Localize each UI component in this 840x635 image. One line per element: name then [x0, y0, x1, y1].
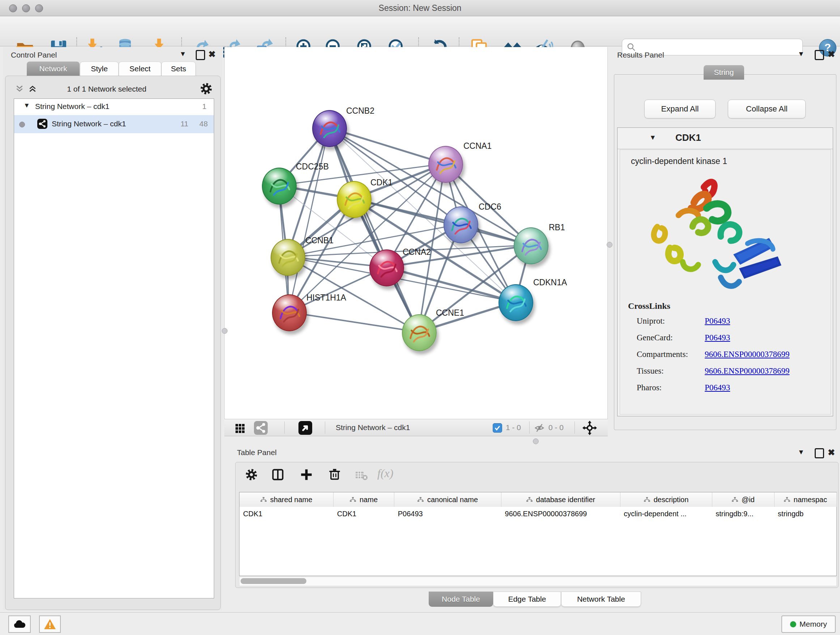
- network-item-label: String Network – cdk1: [52, 119, 126, 128]
- network-node-CDKN1A[interactable]: [499, 284, 533, 321]
- network-options-gear-icon[interactable]: [200, 82, 212, 96]
- tree-collapse-icon[interactable]: ▼: [24, 102, 30, 109]
- results-panel-menu-icon[interactable]: ▼: [798, 50, 805, 58]
- column-header--id[interactable]: @id: [712, 492, 775, 507]
- node-label-CDK1: CDK1: [370, 178, 393, 187]
- fit-content-crosshair-icon[interactable]: [583, 421, 597, 437]
- network-node-CDC25B[interactable]: [262, 168, 297, 204]
- crosslink-value-link[interactable]: P06493: [705, 383, 730, 393]
- column-header-description[interactable]: description: [621, 492, 712, 507]
- table-panel-float-icon[interactable]: [815, 448, 824, 458]
- scrollbar-thumb[interactable]: [240, 578, 306, 584]
- table-cell[interactable]: 9606.ENSP00000378699: [501, 507, 621, 523]
- collapse-all-chevron-icon[interactable]: [15, 84, 24, 95]
- warning-button[interactable]: [39, 616, 61, 633]
- network-node-CCNA2[interactable]: [369, 249, 404, 287]
- crosslink-value-link[interactable]: P06493: [705, 333, 730, 342]
- crosslink-value-link[interactable]: 9606.ENSP00000378699: [705, 350, 790, 359]
- tab-node-table[interactable]: Node Table: [429, 592, 493, 607]
- crosslinks-title: CrossLinks: [628, 301, 670, 311]
- table-cell[interactable]: CDK1: [333, 507, 394, 523]
- delete-column-trash-icon[interactable]: [328, 468, 341, 482]
- column-header-database-identifier[interactable]: database identifier: [501, 492, 621, 507]
- memory-button[interactable]: Memory: [782, 616, 836, 633]
- control-panel-close-icon[interactable]: ✖: [208, 49, 216, 59]
- table-cell[interactable]: CDK1: [240, 507, 333, 523]
- table-cell[interactable]: P06493: [394, 507, 501, 523]
- cloud-button[interactable]: [8, 616, 31, 633]
- grid-view-icon[interactable]: [234, 422, 246, 435]
- tab-sets[interactable]: Sets: [161, 62, 196, 76]
- tab-style[interactable]: Style: [80, 62, 118, 76]
- control-panel-menu-icon[interactable]: ▼: [180, 50, 186, 58]
- crosslink-value-link[interactable]: 9606.ENSP00000378699: [705, 366, 790, 376]
- table-panel-close-icon[interactable]: ✖: [828, 448, 835, 458]
- edge-CCNB2-HIST1H1A[interactable]: [289, 128, 329, 312]
- edge-HIST1H1A-CCNE1[interactable]: [289, 312, 418, 332]
- function-builder-icon: f(x): [377, 467, 393, 480]
- control-panel-float-icon[interactable]: [196, 50, 205, 60]
- edge-CDK1-RB1[interactable]: [354, 199, 531, 245]
- left-splitter-handle[interactable]: [222, 328, 227, 334]
- network-node-CCNA1[interactable]: [428, 146, 463, 183]
- protein-section: ▼ CDK1 cyclin-dependent kinase 1: [617, 127, 833, 416]
- table-cell[interactable]: cyclin-dependent ...: [620, 507, 712, 523]
- network-node-CCNE1[interactable]: [402, 314, 437, 351]
- column-header-label: name: [360, 496, 378, 504]
- section-collapse-icon[interactable]: ▼: [649, 134, 656, 141]
- protein-section-header[interactable]: ▼ CDK1: [617, 128, 833, 149]
- network-node-CDC6[interactable]: [444, 206, 478, 243]
- collapse-all-button[interactable]: Collapse All: [728, 100, 806, 119]
- table-row[interactable]: CDK1CDK1P064939606.ENSP00000378699cyclin…: [240, 507, 836, 523]
- column-header-canonical-name[interactable]: canonical name: [394, 492, 501, 507]
- network-node-HIST1H1A[interactable]: [272, 295, 307, 331]
- tab-string[interactable]: String: [704, 65, 744, 80]
- table-cell[interactable]: stringdb: [774, 507, 836, 523]
- network-tree-row-selected[interactable]: String Network – cdk1 11 48: [14, 115, 214, 133]
- tab-network[interactable]: Network: [27, 62, 80, 76]
- table-cell[interactable]: stringdb:9...: [712, 507, 774, 523]
- memory-ok-icon: [790, 621, 796, 627]
- separator: [325, 421, 325, 434]
- add-column-icon[interactable]: [300, 468, 313, 483]
- window-title: Session: New Session: [0, 3, 840, 13]
- table-settings-gear-icon[interactable]: [245, 469, 257, 482]
- expand-all-chevron-icon[interactable]: [28, 84, 37, 95]
- network-tree-root-row[interactable]: ▼ String Network – cdk1 1: [14, 99, 214, 115]
- tab-network-table[interactable]: Network Table: [561, 592, 641, 607]
- network-collection-label: String Network – cdk1: [35, 102, 109, 111]
- birdseye-view-icon[interactable]: [298, 421, 312, 435]
- selected-checkbox-icon[interactable]: [493, 423, 502, 432]
- network-node-CDK1[interactable]: [337, 181, 371, 218]
- crosslink-value-link[interactable]: P06493: [705, 317, 730, 326]
- column-header-label: canonical name: [427, 496, 478, 504]
- column-header-namespac[interactable]: namespac: [775, 492, 837, 507]
- results-panel-float-icon[interactable]: [815, 50, 824, 60]
- network-node-CCNB2[interactable]: [312, 110, 347, 147]
- tab-edge-table[interactable]: Edge Table: [493, 592, 561, 607]
- network-node-CCNB1[interactable]: [271, 239, 305, 276]
- horizontal-scrollbar[interactable]: [239, 577, 837, 586]
- column-header-label: description: [654, 496, 689, 504]
- column-header-shared-name[interactable]: shared name: [240, 492, 333, 507]
- node-label-CCNE1: CCNE1: [436, 308, 464, 318]
- column-header-label: namespac: [794, 496, 827, 504]
- node-table: shared namenamecanonical namedatabase id…: [239, 492, 837, 576]
- network-view-share-icon[interactable]: [254, 421, 268, 435]
- title-bar: Session: New Session: [0, 0, 840, 16]
- network-view-toolbar: String Network – cdk1 1 - 0 0 - 0: [224, 419, 608, 436]
- right-splitter-handle[interactable]: [607, 242, 613, 248]
- protein-thumbnail-icon: [338, 182, 371, 217]
- tab-select[interactable]: Select: [118, 62, 161, 76]
- network-canvas[interactable]: CCNB2CCNA1CDC25BCDK1CDC6RB1CCNB1CCNA2CDK…: [224, 47, 608, 419]
- expand-all-button[interactable]: Expand All: [644, 100, 715, 119]
- memory-label: Memory: [799, 620, 827, 629]
- bottom-splitter-handle[interactable]: [533, 439, 538, 444]
- network-node-RB1[interactable]: [514, 227, 548, 264]
- selected-node-edge-count: 1 - 0: [506, 423, 521, 432]
- column-header-name[interactable]: name: [333, 492, 394, 507]
- show-columns-icon[interactable]: [271, 468, 284, 483]
- network-list-container: 1 of 1 Network selected ▼ String Network…: [5, 76, 221, 610]
- results-panel-close-icon[interactable]: ✖: [828, 49, 835, 59]
- table-panel-menu-icon[interactable]: ▼: [798, 448, 805, 456]
